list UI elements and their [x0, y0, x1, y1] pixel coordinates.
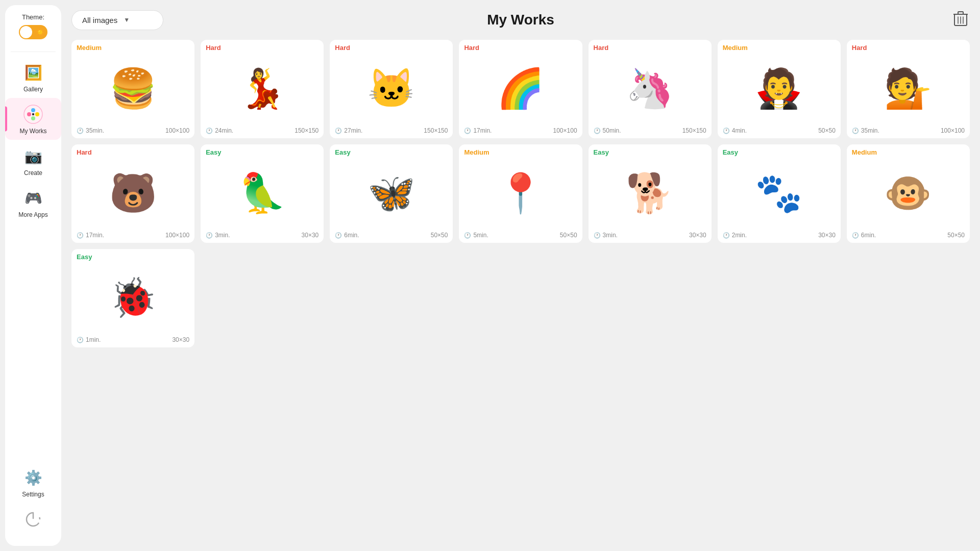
svg-point-2: [31, 108, 35, 112]
card-footer: 6min. 50×50: [847, 229, 970, 243]
create-icon: 📷: [22, 145, 44, 167]
work-card-2[interactable]: Hard 💃 24min. 150×150: [201, 40, 324, 138]
sidebar-item-power[interactable]: [5, 503, 61, 538]
work-card-3[interactable]: Hard 🐱 27min. 150×150: [330, 40, 453, 138]
clock-icon: [594, 127, 601, 134]
header-actions: [951, 8, 970, 32]
card-image: 🦜: [201, 157, 324, 229]
sidebar-item-my-works[interactable]: My Works: [5, 98, 61, 140]
sidebar-item-gallery[interactable]: 🖼️ Gallery: [5, 56, 61, 98]
card-difficulty: Medium: [459, 144, 582, 157]
card-image: 🌈: [459, 53, 582, 124]
filter-dropdown[interactable]: All images ▼: [71, 10, 163, 30]
card-difficulty: Medium: [847, 144, 970, 157]
card-difficulty: Medium: [718, 40, 841, 53]
work-card-4[interactable]: Hard 🌈 17min. 100×100: [459, 40, 582, 138]
card-difficulty: Easy: [201, 144, 324, 157]
theme-toggle[interactable]: ☀️: [19, 25, 47, 39]
card-time: 5min.: [464, 232, 488, 239]
clock-icon: [852, 127, 859, 134]
clock-icon: [206, 127, 213, 134]
trash-button[interactable]: [951, 8, 970, 32]
svg-point-4: [31, 116, 35, 120]
sidebar-item-create[interactable]: 📷 Create: [5, 140, 61, 182]
work-card-12[interactable]: Easy 🐕 3min. 30×30: [589, 144, 712, 243]
card-footer: 4min. 50×50: [718, 124, 841, 138]
work-card-14[interactable]: Medium 🐵 6min. 50×50: [847, 144, 970, 243]
power-icon: [22, 508, 44, 531]
work-card-8[interactable]: Hard 🐻 17min. 100×100: [71, 144, 194, 243]
work-card-15[interactable]: Easy 🐞 1min. 30×30: [71, 249, 194, 347]
card-image: 💃: [201, 53, 324, 124]
card-size: 30×30: [689, 232, 706, 239]
card-time: 2min.: [723, 232, 747, 239]
card-size: 50×50: [947, 232, 965, 239]
clock-icon: [206, 232, 213, 239]
card-time-value: 3min.: [215, 232, 230, 239]
card-time-value: 17min.: [86, 232, 104, 239]
card-difficulty: Hard: [847, 40, 970, 53]
card-difficulty: Hard: [71, 144, 194, 157]
svg-rect-10: [958, 12, 963, 14]
card-time-value: 5min.: [473, 232, 488, 239]
sidebar-create-label: Create: [24, 169, 42, 177]
my-works-icon: [22, 103, 44, 126]
card-time: 6min.: [852, 232, 876, 239]
card-footer: 27min. 150×150: [330, 124, 453, 138]
sidebar-item-settings[interactable]: ⚙️ Settings: [5, 461, 61, 503]
card-image: 🦄: [589, 53, 712, 124]
card-footer: 6min. 50×50: [330, 229, 453, 243]
clock-icon: [464, 127, 471, 134]
card-footer: 50min. 150×150: [589, 124, 712, 138]
clock-icon: [723, 232, 730, 239]
card-size: 100×100: [165, 127, 189, 134]
card-time-value: 35min.: [86, 127, 104, 134]
work-card-7[interactable]: Hard 💁 35min. 100×100: [847, 40, 970, 138]
svg-point-3: [35, 112, 39, 116]
work-card-11[interactable]: Medium 📍 5min. 50×50: [459, 144, 582, 243]
card-time-value: 2min.: [732, 232, 747, 239]
works-grid: Medium 🍔 35min. 100×100 Hard 💃 24min. 15…: [71, 40, 970, 347]
page-title: My Works: [487, 12, 554, 28]
clock-icon: [723, 127, 730, 134]
card-difficulty: Easy: [589, 144, 712, 157]
card-size: 150×150: [295, 127, 318, 134]
work-card-9[interactable]: Easy 🦜 3min. 30×30: [201, 144, 324, 243]
filter-label: All images: [82, 16, 117, 24]
work-card-5[interactable]: Hard 🦄 50min. 150×150: [589, 40, 712, 138]
card-image: 🐕: [589, 157, 712, 229]
chevron-down-icon: ▼: [124, 16, 130, 23]
clock-icon: [335, 232, 342, 239]
card-difficulty: Easy: [71, 249, 194, 262]
card-time: 6min.: [335, 232, 359, 239]
work-card-6[interactable]: Medium 🧛 4min. 50×50: [718, 40, 841, 138]
work-card-1[interactable]: Medium 🍔 35min. 100×100: [71, 40, 194, 138]
card-time-value: 1min.: [86, 336, 101, 343]
main-content: All images ▼ My Works Medium 🍔: [66, 0, 980, 551]
card-image: 🍔: [71, 53, 194, 124]
card-time: 50min.: [594, 127, 621, 134]
card-time: 1min.: [77, 336, 101, 343]
work-card-13[interactable]: Easy 🐾 2min. 30×30: [718, 144, 841, 243]
card-time: 35min.: [77, 127, 104, 134]
clock-icon: [77, 336, 84, 343]
card-time-value: 6min.: [861, 232, 876, 239]
card-image: 🧛: [718, 53, 841, 124]
card-time-value: 27min.: [344, 127, 362, 134]
card-image: 🐾: [718, 157, 841, 229]
card-time-value: 3min.: [603, 232, 618, 239]
clock-icon: [594, 232, 601, 239]
sidebar-item-more-apps[interactable]: 🎮 More Apps: [5, 182, 61, 223]
clock-icon: [464, 232, 471, 239]
gallery-icon: 🖼️: [22, 61, 44, 84]
card-footer: 35min. 100×100: [71, 124, 194, 138]
clock-icon: [852, 232, 859, 239]
svg-rect-5: [32, 113, 34, 115]
card-time: 3min.: [206, 232, 230, 239]
theme-section: Theme: ☀️: [19, 13, 47, 39]
clock-icon: [77, 232, 84, 239]
card-footer: 17min. 100×100: [71, 229, 194, 243]
card-difficulty: Hard: [330, 40, 453, 53]
card-difficulty: Hard: [201, 40, 324, 53]
work-card-10[interactable]: Easy 🦋 6min. 50×50: [330, 144, 453, 243]
